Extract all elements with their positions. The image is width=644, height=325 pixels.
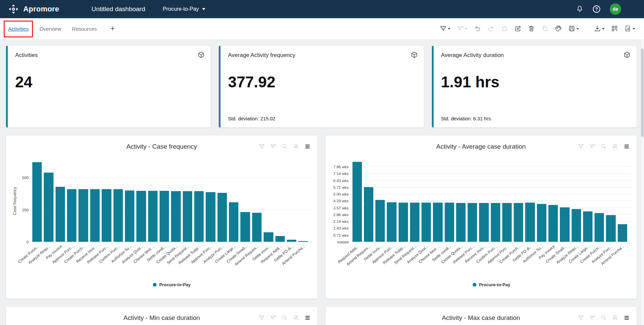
clear-filter-icon — [270, 143, 276, 151]
bar — [560, 207, 569, 242]
edit-icon — [514, 25, 521, 33]
chart-menu-button[interactable] — [304, 315, 311, 322]
page-scrollbar[interactable] — [640, 40, 644, 325]
bar — [252, 213, 262, 242]
dashboard-content: Activities 24 Average Activity frequency… — [0, 40, 644, 325]
clear-filter-icon — [457, 25, 464, 33]
trash-icon — [528, 25, 535, 33]
bar — [90, 189, 100, 242]
bar — [502, 203, 512, 242]
y-axis-tick-label: 0 — [27, 240, 29, 244]
embed-button[interactable] — [611, 25, 618, 33]
bar — [240, 212, 250, 242]
chart-header: Activity - Min case duration — [11, 310, 312, 325]
export-chart-button[interactable] — [624, 25, 635, 33]
log-selector-label: Procure-to-Pay — [163, 6, 199, 12]
tab-activities[interactable]: Activities — [8, 25, 29, 33]
bar — [375, 200, 385, 242]
y-axis-tick-label: instant — [337, 240, 349, 244]
chart-reset-zoom-button[interactable] — [293, 143, 299, 151]
bar — [479, 203, 488, 242]
bar — [399, 203, 408, 242]
chart-row-partial: Activity - Min case duration — [6, 307, 637, 325]
bar — [44, 173, 53, 242]
kpi-title: Average Activity frequency — [228, 52, 416, 59]
delete-button[interactable] — [528, 25, 535, 33]
undo-button[interactable] — [474, 25, 481, 33]
export-chart-icon — [624, 25, 632, 33]
cube-icon — [623, 51, 631, 60]
download-button[interactable] — [594, 25, 605, 33]
y-axis-tick-label: 5.71 wks — [333, 185, 348, 189]
chart-menu-button[interactable] — [623, 315, 630, 322]
chart-filter-button[interactable] — [259, 315, 265, 322]
chart-clear-filter-button[interactable] — [589, 315, 596, 322]
filter-button[interactable] — [440, 25, 450, 33]
chart-zoom-button[interactable] — [281, 143, 288, 151]
chart-zoom-button[interactable] — [601, 315, 607, 322]
bar — [421, 203, 431, 242]
plus-icon — [110, 26, 115, 32]
chart-toolbar — [259, 143, 311, 151]
kpi-title: Average Activity duration — [441, 52, 629, 59]
y-axis-tick-label: 3.57 wks — [333, 206, 348, 210]
help-button[interactable] — [593, 5, 600, 13]
bar — [606, 215, 615, 242]
bar — [468, 203, 477, 242]
y-axis: 5002500 — [18, 160, 32, 242]
notifications-button[interactable] — [576, 5, 583, 13]
kpi-subtext: Std. deviation: 6.31 hrs — [441, 116, 491, 121]
tab-resources[interactable]: Resources — [72, 25, 97, 33]
kpi-card-activities: Activities 24 — [6, 46, 211, 127]
chart-clear-filter-button[interactable] — [270, 315, 276, 322]
palette-button[interactable] — [555, 25, 562, 33]
chart-clear-filter-button[interactable] — [270, 143, 276, 151]
kpi-value: 377.92 — [228, 73, 416, 91]
bar — [514, 203, 523, 242]
log-selector[interactable]: Procure-to-Pay — [163, 6, 205, 12]
user-avatar[interactable]: de — [610, 3, 621, 15]
add-tab-button[interactable] — [110, 26, 115, 32]
kpi-card-avg-duration: Average Activity duration 1.91 hrs Std. … — [432, 46, 637, 127]
bar — [433, 203, 442, 242]
chart-filter-button[interactable] — [578, 315, 584, 322]
menu-icon — [623, 315, 630, 322]
clear-filter-button[interactable] — [457, 25, 468, 33]
bell-icon — [576, 5, 583, 13]
chart-header: Activity - Case frequency — [11, 139, 312, 154]
kpi-subtext: Std. deviation: 215.02 — [228, 116, 275, 121]
chevron-down-icon — [202, 8, 205, 10]
bar-series — [352, 160, 632, 242]
chart-clear-filter-button[interactable] — [589, 143, 596, 151]
chart-filter-button[interactable] — [259, 143, 265, 151]
chart-reset-zoom-button[interactable] — [612, 143, 618, 151]
reset-zoom-icon — [612, 315, 618, 322]
kpi-row: Activities 24 Average Activity frequency… — [6, 46, 637, 127]
home-button[interactable] — [501, 25, 508, 33]
chart-toolbar — [578, 315, 630, 322]
chart-filter-button[interactable] — [578, 143, 584, 151]
redo-button[interactable] — [487, 25, 495, 33]
y-axis-tick-label: 6.43 wks — [333, 179, 348, 183]
edit-button[interactable] — [514, 25, 521, 33]
bar — [525, 203, 535, 242]
chart-menu-button[interactable] — [304, 143, 311, 151]
bar — [364, 187, 373, 242]
y-axis-tick-label: 5.00 wks — [333, 192, 348, 196]
bar — [217, 193, 227, 242]
bar — [595, 213, 604, 242]
tab-overview[interactable]: Overview — [39, 25, 61, 33]
chart-menu-button[interactable] — [623, 143, 630, 151]
bar — [491, 203, 500, 242]
chart-zoom-button[interactable] — [601, 143, 607, 151]
chart-reset-zoom-button[interactable] — [293, 315, 299, 322]
chart-zoom-button[interactable] — [281, 315, 288, 322]
chart-reset-zoom-button[interactable] — [612, 315, 618, 322]
save-button[interactable] — [568, 25, 579, 33]
y-axis-tick-label: 250 — [22, 208, 29, 212]
scrollbar-thumb[interactable] — [641, 49, 644, 137]
chart-toolbar — [259, 315, 311, 322]
brand-name: Apromore — [23, 5, 59, 13]
bar — [572, 209, 581, 242]
duplicate-button[interactable] — [541, 25, 548, 33]
